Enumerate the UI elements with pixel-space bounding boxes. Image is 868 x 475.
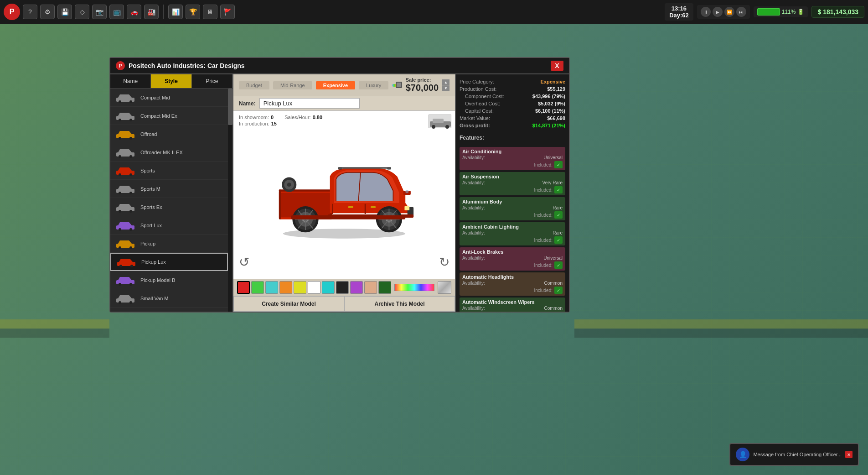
price-up-arrow[interactable]: ▲	[442, 79, 450, 85]
svg-point-24	[119, 210, 121, 213]
car-design-button[interactable]: 🚗	[127, 5, 141, 19]
archive-model-button[interactable]: Archive This Model	[344, 296, 455, 312]
feature-avail-row: Availability:Universal	[462, 256, 563, 261]
price-slider[interactable]	[392, 84, 398, 87]
car-name-label: Small Van M	[140, 296, 169, 301]
tab-price[interactable]: Price	[192, 74, 232, 88]
battery-fill	[757, 8, 780, 16]
feature-check-icon[interactable]: ✓	[554, 161, 563, 168]
modal-close-button[interactable]: X	[551, 61, 563, 71]
color-swatch-cyan[interactable]	[265, 281, 278, 294]
feature-included-row: Included:✓	[462, 287, 563, 294]
skip-button[interactable]: ⏭	[736, 7, 746, 17]
color-swatch-white[interactable]	[308, 281, 320, 294]
car-list-item[interactable]: Compact Mid	[110, 89, 228, 107]
feature-check-icon[interactable]: ✓	[554, 261, 563, 269]
name-label: Name:	[239, 100, 256, 107]
car-list-item[interactable]: Offroad	[110, 125, 228, 143]
price-down-arrow[interactable]: ▼	[442, 85, 450, 91]
help-button[interactable]: ?	[23, 5, 37, 19]
color-swatch-dark-green[interactable]	[378, 281, 391, 294]
flag-button[interactable]: 🚩	[220, 5, 235, 19]
svg-point-53	[445, 125, 449, 129]
price-tab-luxury[interactable]: Luxury	[359, 81, 388, 89]
car-name-input[interactable]	[259, 98, 360, 109]
color-gradient-bar[interactable]	[394, 284, 434, 291]
color-swatch-orange[interactable]	[279, 281, 292, 294]
car-list-item[interactable]: Compact Mid Ex	[110, 107, 228, 125]
settings-button[interactable]: ⚙	[40, 5, 55, 19]
tv-button[interactable]: 📺	[109, 5, 124, 19]
notification-close-button[interactable]: ✕	[845, 451, 852, 458]
car-list-item[interactable]: Offroader MK II EX	[110, 143, 228, 162]
price-tab-midrange[interactable]: Mid-Range	[273, 81, 312, 89]
metallic-swatch[interactable]	[438, 281, 451, 294]
rotate-left-button[interactable]: ↺	[239, 255, 249, 270]
car-list-item[interactable]: Sports M	[110, 180, 228, 198]
car-thumbnail	[114, 110, 137, 122]
color-swatch-tan[interactable]	[364, 281, 377, 294]
color-swatch-yellow[interactable]	[294, 281, 306, 294]
create-similar-button[interactable]: Create Similar Model	[233, 296, 344, 312]
rotate-right-button[interactable]: ↻	[439, 255, 450, 270]
svg-point-92	[405, 190, 408, 193]
feature-avail-label: Availability:	[462, 256, 485, 261]
car-list-item[interactable]: Pickup	[110, 235, 228, 253]
color-swatch-teal[interactable]	[322, 281, 335, 294]
pause-button[interactable]: ⏸	[701, 7, 711, 17]
camera-button[interactable]: 📷	[92, 5, 107, 19]
fast-forward-button[interactable]: ⏩	[724, 7, 734, 17]
feature-check-icon[interactable]: ✓	[554, 211, 563, 219]
feature-avail-row: Availability:Rare	[462, 230, 563, 235]
nav-button[interactable]: ◇	[75, 5, 89, 19]
list-scrollbar[interactable]	[228, 89, 232, 312]
sale-price-label: Sale price:	[406, 77, 439, 83]
price-category-label: Price Category:	[460, 79, 494, 84]
feature-name: Automatic Windscreen Wipers	[462, 299, 563, 305]
svg-point-66	[287, 183, 291, 187]
price-slider-thumb[interactable]	[396, 82, 402, 88]
svg-point-9	[119, 119, 121, 121]
car-thumbnail	[114, 237, 137, 250]
car-list-item[interactable]: Sport Lux	[110, 216, 228, 235]
car-list: Compact Mid Compact Mid Ex Offroad Offro…	[110, 89, 228, 312]
feature-card: Anti-Lock BrakesAvailability:UniversalIn…	[460, 247, 565, 271]
save-button[interactable]: 💾	[57, 5, 72, 19]
play-button[interactable]: ▶	[713, 7, 723, 17]
component-cost-value: $43,996 (79%)	[532, 94, 565, 99]
feature-check-icon[interactable]: ✓	[554, 236, 563, 244]
svg-point-19	[129, 173, 132, 176]
svg-rect-51	[433, 119, 444, 123]
car-name-label: Pickup	[140, 241, 155, 246]
tab-name[interactable]: Name	[110, 74, 151, 88]
capital-cost-label: Capital Cost:	[465, 108, 494, 114]
gross-profit-value: $14,871 (21%)	[532, 123, 565, 128]
graph-button[interactable]: 📊	[168, 5, 183, 19]
car-list-item[interactable]: Budget van	[110, 308, 228, 312]
feature-check-icon[interactable]: ✓	[554, 186, 563, 193]
feature-check-icon[interactable]: ✓	[554, 287, 563, 294]
color-swatch-green[interactable]	[251, 281, 264, 294]
tab-style[interactable]: Style	[151, 74, 191, 88]
feature-name: Automatic Headlights	[462, 274, 563, 280]
feature-card: Automatic HeadlightsAvailability:CommonI…	[460, 272, 565, 296]
price-tab-expensive[interactable]: Expensive	[316, 81, 355, 89]
feature-included-row: Included:✓	[462, 186, 563, 193]
factory-button[interactable]: 🏭	[144, 5, 159, 19]
color-swatch-black[interactable]	[336, 281, 349, 294]
app-icon[interactable]: P	[4, 4, 20, 20]
car-list-item[interactable]: Pickup Model B	[110, 271, 228, 289]
car-list-item[interactable]: Pickup Lux	[110, 253, 228, 271]
feature-card: Aluminium BodyAvailability:RareIncluded:…	[460, 197, 565, 220]
car-list-item[interactable]: Small Van M	[110, 289, 228, 308]
price-tab-budget[interactable]: Budget	[239, 81, 269, 89]
feature-name: Aluminium Body	[462, 199, 563, 204]
car-list-item[interactable]: Sports	[110, 162, 228, 180]
color-swatch-red[interactable]	[237, 281, 250, 294]
feature-included-row: Included:✓	[462, 236, 563, 244]
car-list-item[interactable]: Sports Ex	[110, 198, 228, 216]
color-swatch-purple[interactable]	[350, 281, 363, 294]
svg-point-7	[129, 100, 132, 103]
monitor-button[interactable]: 🖥	[203, 5, 217, 19]
trophy-button[interactable]: 🏆	[186, 5, 200, 19]
